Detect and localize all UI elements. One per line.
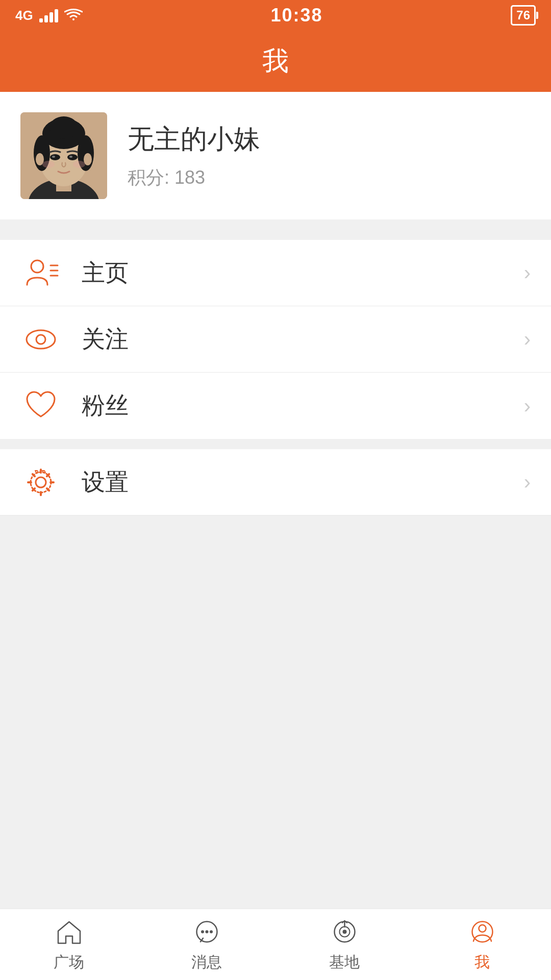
status-bar: 4G 10:38 76 [0, 0, 551, 31]
home-icon [54, 916, 84, 947]
menu-home-chevron: › [524, 261, 531, 284]
menu-follow-label: 关注 [82, 324, 524, 355]
profile-score: 积分: 183 [128, 165, 260, 190]
svg-point-30 [342, 929, 346, 934]
page-title: 我 [262, 43, 289, 79]
svg-point-13 [69, 156, 72, 158]
section-divider-1 [0, 230, 551, 240]
svg-point-12 [52, 156, 55, 158]
menu-item-home[interactable]: 主页 › [0, 240, 551, 306]
menu-item-settings[interactable]: 设置 › [0, 449, 551, 516]
signal-bars-icon [39, 8, 58, 22]
battery-indicator: 76 [511, 5, 536, 26]
menu-section: 主页 › 关注 › 粉丝 › [0, 240, 551, 439]
status-left: 4G [15, 8, 83, 23]
menu-item-fans[interactable]: 粉丝 › [0, 373, 551, 439]
nav-base-label: 基地 [329, 952, 360, 973]
profile-section[interactable]: 无主的小妹 积分: 183 [0, 92, 551, 219]
nav-me-label: 我 [474, 952, 490, 973]
nav-item-plaza[interactable]: 广场 [0, 916, 138, 973]
menu-follow-chevron: › [524, 328, 531, 351]
svg-point-27 [210, 930, 213, 933]
svg-point-11 [67, 154, 78, 160]
menu-fans-chevron: › [524, 395, 531, 418]
base-icon [329, 916, 360, 947]
nav-item-messages[interactable]: 消息 [138, 916, 276, 973]
menu-settings-chevron: › [524, 471, 531, 494]
avatar-image [20, 112, 107, 199]
svg-point-5 [49, 116, 78, 139]
eye-icon [20, 319, 61, 360]
nav-plaza-label: 广场 [54, 952, 84, 973]
menu-item-follow[interactable]: 关注 › [0, 306, 551, 373]
empty-space [0, 516, 551, 822]
network-label: 4G [15, 8, 33, 23]
avatar[interactable] [20, 112, 107, 199]
person-list-icon [20, 253, 61, 293]
wifi-icon [64, 8, 83, 22]
nav-item-base[interactable]: 基地 [276, 916, 413, 973]
chat-icon [191, 916, 222, 947]
svg-point-25 [201, 930, 204, 933]
page-header: 我 [0, 31, 551, 92]
gear-icon [20, 462, 61, 503]
section-divider-2 [0, 439, 551, 449]
bottom-nav: 广场 消息 基地 [0, 909, 551, 980]
svg-point-21 [36, 335, 45, 344]
profile-info: 无主的小妹 积分: 183 [128, 121, 260, 190]
settings-section: 设置 › [0, 449, 551, 516]
svg-point-20 [27, 330, 55, 349]
svg-point-10 [50, 154, 60, 160]
svg-point-32 [479, 925, 486, 932]
menu-home-label: 主页 [82, 257, 524, 289]
svg-point-26 [205, 930, 208, 933]
nav-item-me[interactable]: 我 [413, 916, 551, 973]
heart-icon [20, 385, 61, 426]
battery-level: 76 [516, 8, 530, 22]
svg-point-15 [73, 161, 85, 168]
status-right: 76 [511, 5, 536, 26]
svg-point-16 [31, 260, 43, 273]
content-area: 无主的小妹 积分: 183 主页 [0, 92, 551, 909]
menu-settings-label: 设置 [82, 467, 524, 498]
svg-point-22 [36, 477, 46, 487]
svg-point-14 [42, 161, 55, 168]
nav-messages-label: 消息 [191, 952, 222, 973]
profile-name: 无主的小妹 [128, 121, 260, 157]
person-circle-icon [467, 916, 497, 947]
status-time: 10:38 [270, 5, 322, 26]
menu-fans-label: 粉丝 [82, 390, 524, 422]
